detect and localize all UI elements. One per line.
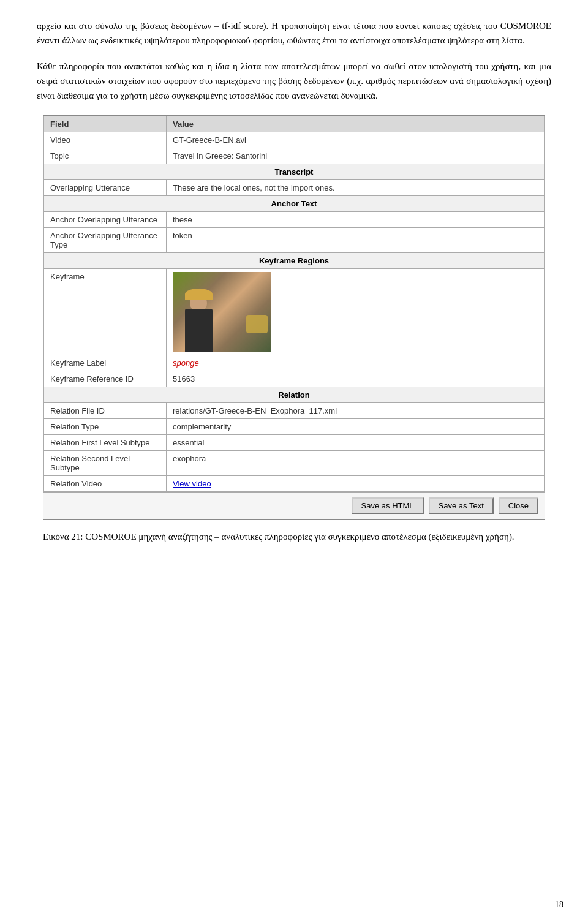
col-header-value: Value xyxy=(167,116,545,132)
data-table: Field Value Video GT-Greece-B-EN.avi Top… xyxy=(43,116,545,492)
table-row: Relation First Level Subtype essential xyxy=(44,435,545,451)
person-hat xyxy=(185,289,213,300)
keyframe-background xyxy=(173,272,271,352)
field-label-keyframe: Keyframe xyxy=(44,269,167,355)
field-value-keyframe-ref: 51663 xyxy=(167,371,545,387)
keyframe-thumbnail xyxy=(173,272,271,352)
section-header-anchor: Anchor Text xyxy=(44,196,545,212)
view-video-link[interactable]: View video xyxy=(173,479,211,488)
field-value-relation-file: relations/GT-Greece-B-EN_Exophora_117.xm… xyxy=(167,403,545,419)
section-label-transcript: Transcript xyxy=(44,164,545,180)
table-row: Keyframe Label sponge xyxy=(44,355,545,371)
paragraph-2: Κάθε πληροφορία που ανακτάται καθώς και … xyxy=(37,59,551,103)
table-row: Anchor Overlapping Utterance Type token xyxy=(44,228,545,253)
field-label-keyframe-label: Keyframe Label xyxy=(44,355,167,371)
field-label-keyframe-ref: Keyframe Reference ID xyxy=(44,371,167,387)
section-label-keyframe: Keyframe Regions xyxy=(44,253,545,269)
field-value-anchor-ou: these xyxy=(167,212,545,228)
table-row: Relation Type complementarity xyxy=(44,419,545,435)
table-row-keyframe-image: Keyframe xyxy=(44,269,545,355)
field-value-relation-type: complementarity xyxy=(167,419,545,435)
section-header-transcript: Transcript xyxy=(44,164,545,180)
sponge-object xyxy=(246,315,268,333)
field-value-keyframe-label: sponge xyxy=(167,355,545,371)
field-value-keyframe-image xyxy=(167,269,545,355)
table-row: Overlapping Utterance These are the loca… xyxy=(44,180,545,196)
keyframe-label-value: sponge xyxy=(173,358,199,368)
field-label-video: Video xyxy=(44,132,167,148)
section-label-anchor: Anchor Text xyxy=(44,196,545,212)
field-value-topic: Travel in Greece: Santorini xyxy=(167,148,545,164)
col-header-field: Field xyxy=(44,116,167,132)
person-body xyxy=(185,309,213,352)
field-label-relation-first: Relation First Level Subtype xyxy=(44,435,167,451)
table-row: Relation File ID relations/GT-Greece-B-E… xyxy=(44,403,545,419)
table-row: Video GT-Greece-B-EN.avi xyxy=(44,132,545,148)
close-button[interactable]: Close xyxy=(499,497,538,514)
table-row: Relation Video View video xyxy=(44,476,545,492)
field-value-overlapping: These are the local ones, not the import… xyxy=(167,180,545,196)
field-label-relation-video: Relation Video xyxy=(44,476,167,492)
field-value-video: GT-Greece-B-EN.avi xyxy=(167,132,545,148)
table-row: Topic Travel in Greece: Santorini xyxy=(44,148,545,164)
field-value-anchor-type: token xyxy=(167,228,545,253)
section-label-relation: Relation xyxy=(44,387,545,403)
field-value-relation-video: View video xyxy=(167,476,545,492)
table-row: Anchor Overlapping Utterance these xyxy=(44,212,545,228)
paragraph-1: αρχείο και στο σύνολο της βάσεως δεδομέν… xyxy=(37,18,551,48)
table-row: Relation Second Level Subtype exophora xyxy=(44,451,545,476)
save-text-button[interactable]: Save as Text xyxy=(429,497,494,514)
field-label-relation-second: Relation Second Level Subtype xyxy=(44,451,167,476)
field-label-anchor-ou: Anchor Overlapping Utterance xyxy=(44,212,167,228)
table-row: Keyframe Reference ID 51663 xyxy=(44,371,545,387)
field-label-relation-file: Relation File ID xyxy=(44,403,167,419)
figure-caption: Εικόνα 21: COSMOROE μηχανή αναζήτησης – … xyxy=(43,532,545,542)
section-header-relation: Relation xyxy=(44,387,545,403)
table-action-buttons: Save as HTML Save as Text Close xyxy=(43,492,545,519)
field-label-topic: Topic xyxy=(44,148,167,164)
field-label-anchor-type: Anchor Overlapping Utterance Type xyxy=(44,228,167,253)
field-value-relation-second: exophora xyxy=(167,451,545,476)
field-value-relation-first: essential xyxy=(167,435,545,451)
info-table: Field Value Video GT-Greece-B-EN.avi Top… xyxy=(43,115,545,520)
save-html-button[interactable]: Save as HTML xyxy=(352,497,424,514)
field-label-relation-type: Relation Type xyxy=(44,419,167,435)
field-label-overlapping: Overlapping Utterance xyxy=(44,180,167,196)
section-header-keyframe: Keyframe Regions xyxy=(44,253,545,269)
